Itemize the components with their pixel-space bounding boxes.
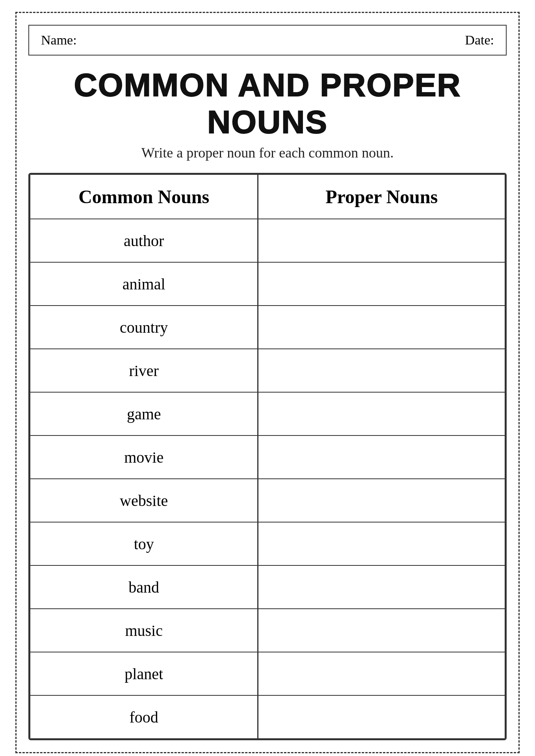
proper-noun-cell[interactable]	[258, 306, 505, 349]
table-row: game	[30, 392, 505, 435]
common-noun-cell: band	[30, 565, 258, 609]
proper-noun-cell[interactable]	[258, 219, 505, 262]
common-noun-cell: river	[30, 349, 258, 392]
table-row: river	[30, 349, 505, 392]
col1-header: Common Nouns	[30, 174, 258, 219]
table-row: country	[30, 306, 505, 349]
main-title: COMMON AND PROPER NOUNS	[28, 67, 507, 141]
proper-noun-cell[interactable]	[258, 565, 505, 609]
table-row: movie	[30, 435, 505, 479]
table-wrapper: Common Nouns Proper Nouns authoranimalco…	[28, 173, 507, 740]
table-row: music	[30, 609, 505, 652]
common-noun-cell: author	[30, 219, 258, 262]
common-noun-cell: planet	[30, 652, 258, 695]
common-noun-cell: country	[30, 306, 258, 349]
proper-noun-cell[interactable]	[258, 479, 505, 522]
common-noun-cell: movie	[30, 435, 258, 479]
name-label: Name:	[41, 33, 77, 48]
proper-noun-cell[interactable]	[258, 435, 505, 479]
page-container: Name: Date: COMMON AND PROPER NOUNS Writ…	[15, 12, 520, 753]
proper-noun-cell[interactable]	[258, 522, 505, 565]
common-noun-cell: toy	[30, 522, 258, 565]
common-noun-cell: food	[30, 695, 258, 739]
table-row: planet	[30, 652, 505, 695]
proper-noun-cell[interactable]	[258, 652, 505, 695]
common-noun-cell: animal	[30, 262, 258, 306]
common-noun-cell: website	[30, 479, 258, 522]
proper-noun-cell[interactable]	[258, 349, 505, 392]
col2-header: Proper Nouns	[258, 174, 505, 219]
table-row: website	[30, 479, 505, 522]
table-row: food	[30, 695, 505, 739]
table-row: author	[30, 219, 505, 262]
common-noun-cell: music	[30, 609, 258, 652]
date-label: Date:	[465, 33, 494, 48]
proper-noun-cell[interactable]	[258, 609, 505, 652]
proper-noun-cell[interactable]	[258, 262, 505, 306]
proper-noun-cell[interactable]	[258, 392, 505, 435]
name-date-row: Name: Date:	[28, 25, 507, 56]
table-row: band	[30, 565, 505, 609]
table-row: animal	[30, 262, 505, 306]
common-noun-cell: game	[30, 392, 258, 435]
proper-noun-cell[interactable]	[258, 695, 505, 739]
subtitle: Write a proper noun for each common noun…	[28, 145, 507, 161]
noun-table: Common Nouns Proper Nouns authoranimalco…	[30, 174, 505, 739]
table-row: toy	[30, 522, 505, 565]
